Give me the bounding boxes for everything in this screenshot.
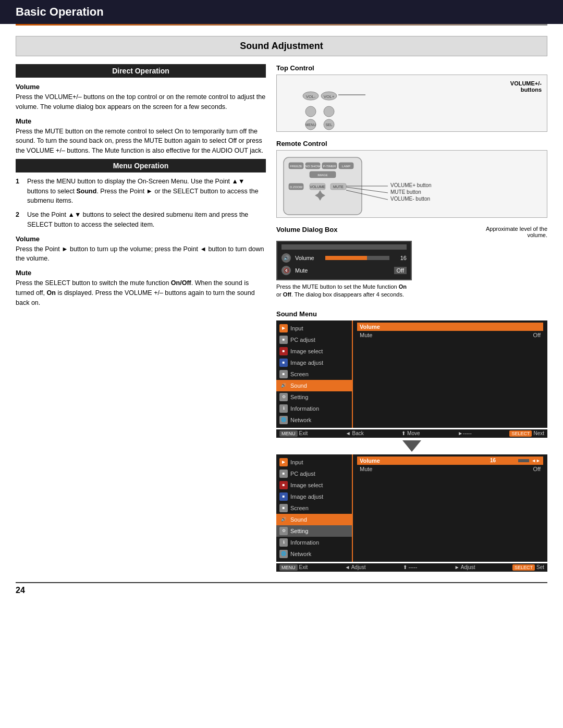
menu-item-imageadjust-2: ■ Image adjust: [276, 491, 352, 502]
menu-item-sound-active: 🔊 Sound ◄: [276, 380, 352, 391]
vd-mute-row: 🔇 Mute Off: [282, 264, 407, 277]
network-icon-2: 🌐: [279, 550, 288, 558]
svg-text:SEL: SEL: [325, 123, 332, 127]
menu-right-mute-row: Mute Off: [357, 331, 543, 339]
svg-text:D.ZOOM: D.ZOOM: [290, 186, 302, 189]
volume-dialog-box: 🔊 Volume 16 🔇 Mute: [276, 241, 412, 302]
step-2-num: 2: [16, 210, 23, 230]
remote-control-label: Remote Control: [276, 140, 547, 147]
input-icon: ▶: [279, 324, 288, 332]
remote-control-section: Remote Control FREEZE NO SHOW P-TIMER LA…: [276, 140, 547, 218]
mute-heading: Mute: [16, 117, 266, 125]
menu-footer-1: MENU Exit ◄ Back ⬆ Move ►----- SELECT Ne: [276, 429, 547, 438]
two-column-layout: Direct Operation Volume Press the VOLUME…: [16, 64, 547, 572]
menu-right-mute-row-2: Mute Off: [357, 465, 543, 473]
menu-item-network-2: 🌐 Network: [276, 548, 352, 560]
remote-control-svg: FREEZE NO SHOW P-TIMER LAMP IMAGE D.ZOOM: [281, 155, 479, 220]
volume-bar-container: 16 ◄►: [490, 458, 541, 464]
mute-text: Press the MUTE button on the remote cont…: [16, 127, 266, 156]
screen-icon: ■: [279, 370, 288, 378]
menu-item-setting: ⚙ Setting: [276, 391, 352, 403]
footer-exit: MENU Exit: [279, 430, 308, 437]
svg-text:MENU: MENU: [305, 123, 316, 127]
svg-text:VOL-: VOL-: [306, 94, 316, 99]
svg-text:MUTE button: MUTE button: [390, 189, 421, 195]
menu-right-1: Volume Mute Off: [352, 320, 547, 428]
step-2-text: Use the Point ▲▼ buttons to select the d…: [27, 210, 266, 230]
pcadjust-icon: ■: [279, 336, 288, 344]
mute-section-2: Mute Press the SELECT button to switch t…: [16, 269, 266, 307]
svg-text:LAMP: LAMP: [342, 165, 350, 168]
menu-item-information-2: ℹ Information: [276, 537, 352, 548]
footer-adjust-left: ◄ Adjust: [345, 564, 366, 571]
menu-item-screen-2: ■ Screen: [276, 502, 352, 514]
step-2: 2 Use the Point ▲▼ buttons to select the…: [16, 210, 266, 230]
step-1: 1 Press the MENU button to display the O…: [16, 177, 266, 206]
menu-item-screen: ■ Screen: [276, 368, 352, 380]
volume-text: Press the VOLUME+/– buttons on the top c…: [16, 92, 266, 112]
svg-text:P-TIMER: P-TIMER: [323, 165, 336, 168]
top-control-diagram: VOLUME+/- buttons VOL- VOL+: [276, 75, 547, 132]
top-control-label: Top Control: [276, 64, 547, 72]
main-content: Sound Adjustment Direct Operation Volume…: [0, 26, 563, 606]
volume-dialog-section: Volume Dialog Box Approximate level of t…: [276, 226, 547, 302]
menu-item-pcadjust: ■ PC adjust: [276, 334, 352, 346]
mute-value: Off: [394, 267, 407, 274]
arrow-down-icon: [402, 440, 421, 452]
pcadjust-icon-2: ■: [279, 470, 288, 478]
footer-select: SELECT Next: [509, 430, 544, 437]
menu-item-information: ℹ Information: [276, 403, 352, 414]
sound-icon-2: 🔊: [279, 515, 288, 524]
page-number: 24: [16, 586, 25, 595]
svg-text:FREEZE: FREEZE: [290, 165, 302, 168]
menu-item-input: ▶ Input: [276, 323, 352, 334]
menu-item-imageselect: ■ Image select: [276, 346, 352, 357]
screen-icon-2: ■: [279, 504, 288, 512]
mute-text-2: Press the SELECT button to switch the mu…: [16, 278, 266, 307]
menu-item-network: 🌐 Network: [276, 414, 352, 426]
right-column: Top Control VOLUME+/- buttons VOL- VOL+: [276, 64, 547, 572]
volume-section-2: Volume Press the Point ► button to turn …: [16, 235, 266, 264]
setting-icon: ⚙: [279, 393, 288, 401]
svg-text:VOL+: VOL+: [324, 94, 335, 99]
footer-next: ►-----: [458, 430, 472, 437]
imageadjust-icon: ■: [279, 359, 288, 367]
svg-text:VOLUME- button: VOLUME- button: [390, 196, 430, 202]
menu-right-2: Volume 16 ◄► Mute Off: [352, 454, 547, 562]
footer-adjust-right: ► Adjust: [455, 564, 475, 571]
menu-item-imageselect-2: ■ Image select: [276, 479, 352, 491]
mute-icon: 🔇: [282, 266, 291, 275]
arrow-down-container: [276, 438, 547, 454]
volume-icon: 🔊: [282, 253, 291, 263]
volume-bar: [325, 256, 389, 260]
information-icon-2: ℹ: [279, 538, 288, 547]
svg-point-5: [324, 106, 334, 117]
page-number-section: 24: [16, 582, 547, 595]
page-title: Basic Operation: [16, 5, 104, 19]
mute-heading-2: Mute: [16, 269, 266, 277]
sound-menu-1: ▶ Input ■ PC adjust ■ Image select ■: [276, 320, 547, 428]
page-header: Basic Operation: [0, 0, 563, 24]
menu-item-setting-2: ⚙ Setting: [276, 525, 352, 537]
step-1-num: 1: [16, 177, 23, 206]
direct-operation-header: Direct Operation: [16, 64, 266, 78]
volume-text-2: Press the Point ► button to turn up the …: [16, 244, 266, 264]
menu-item-sound-active-2: 🔊 Sound ◄: [276, 514, 352, 525]
sound-menu-section: Sound Menu ▶ Input ■ PC adjust ■: [276, 310, 547, 572]
volume-value: 16: [394, 255, 407, 261]
volume-buttons-label: VOLUME+/- buttons: [510, 80, 542, 93]
svg-text:NO SHOW: NO SHOW: [305, 165, 321, 168]
information-icon: ℹ: [279, 404, 288, 413]
footer-set: SELECT Set: [512, 564, 544, 571]
imageselect-icon-2: ■: [279, 481, 288, 489]
menu-footer-2: MENU Exit ◄ Adjust ⬆ ----- ► Adjust SELE…: [276, 563, 547, 572]
svg-text:VOLUME: VOLUME: [310, 185, 325, 189]
setting-icon-2: ⚙: [279, 527, 288, 535]
menu-left-1: ▶ Input ■ PC adjust ■ Image select ■: [276, 320, 352, 428]
sound-arrow-2: ◄: [342, 516, 349, 523]
footer-back: ◄ Back: [346, 430, 364, 437]
menu-volume-bar: [498, 459, 529, 462]
section-title: Sound Adjustment: [16, 36, 547, 56]
sound-arrow: ◄: [342, 382, 349, 389]
menu-operation-header: Menu Operation: [16, 159, 266, 172]
